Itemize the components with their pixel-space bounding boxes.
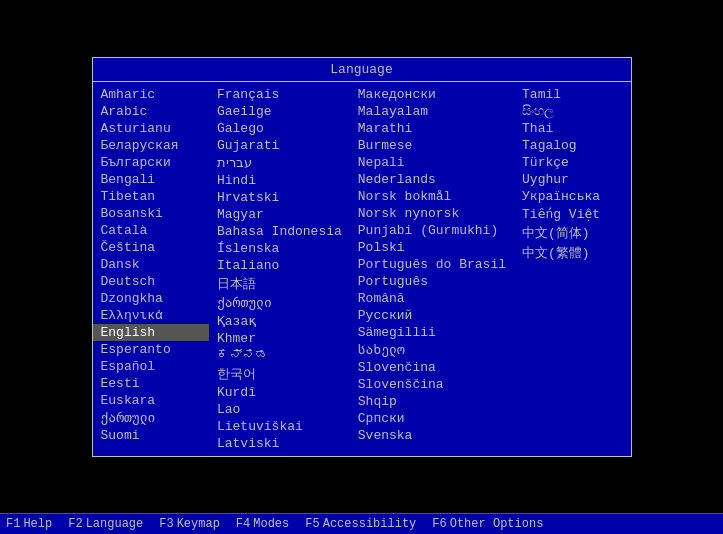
main-area: Language AmharicArabicAsturianuБеларуска…: [0, 0, 723, 513]
lang-item[interactable]: Български: [93, 154, 209, 171]
footer-key: F3: [159, 517, 173, 531]
lang-item[interactable]: Eesti: [93, 375, 209, 392]
lang-item[interactable]: Македонски: [350, 86, 514, 103]
lang-item[interactable]: ქართული: [93, 409, 209, 427]
footer-item-f4[interactable]: F4Modes: [236, 517, 289, 531]
lang-item[interactable]: Amharic: [93, 86, 209, 103]
lang-item[interactable]: Hindi: [209, 172, 350, 189]
footer-label: Keymap: [177, 517, 220, 531]
lang-item[interactable]: Tiếng Việt: [514, 205, 630, 223]
footer-key: F1: [6, 517, 20, 531]
lang-item[interactable]: Română: [350, 290, 514, 307]
lang-item[interactable]: Magyar: [209, 206, 350, 223]
lang-item[interactable]: Latviski: [209, 435, 350, 452]
lang-item[interactable]: [514, 283, 630, 285]
lang-item[interactable]: Malayalam: [350, 103, 514, 120]
lang-item[interactable]: Sämegillii: [350, 324, 514, 341]
lang-item[interactable]: Bahasa Indonesia: [209, 223, 350, 240]
lang-item[interactable]: ಕನ್ನಡ: [209, 347, 350, 364]
lang-item[interactable]: 中文(繁體): [514, 243, 630, 263]
footer-item-f5[interactable]: F5Accessibility: [305, 517, 416, 531]
lang-item[interactable]: Slovenščina: [350, 376, 514, 393]
footer-label: Accessibility: [323, 517, 417, 531]
footer-label: Language: [86, 517, 144, 531]
lang-item[interactable]: Nederlands: [350, 171, 514, 188]
lang-item[interactable]: Español: [93, 358, 209, 375]
lang-item[interactable]: Galego: [209, 120, 350, 137]
lang-item[interactable]: Қазақ: [209, 312, 350, 330]
footer-bar: F1HelpF2LanguageF3KeymapF4ModesF5Accessi…: [0, 513, 723, 534]
footer-key: F5: [305, 517, 319, 531]
lang-item[interactable]: Беларуская: [93, 137, 209, 154]
lang-item[interactable]: Íslenska: [209, 240, 350, 257]
lang-item[interactable]: Türkçe: [514, 154, 630, 171]
lang-item[interactable]: Bosanski: [93, 205, 209, 222]
lang-item[interactable]: Thai: [514, 120, 630, 137]
lang-item[interactable]: Français: [209, 86, 350, 103]
footer-label: Help: [23, 517, 52, 531]
lang-item[interactable]: Tibetan: [93, 188, 209, 205]
lang-item[interactable]: Lietuviškai: [209, 418, 350, 435]
footer-item-f3[interactable]: F3Keymap: [159, 517, 220, 531]
language-dialog: Language AmharicArabicAsturianuБеларуска…: [92, 57, 632, 457]
lang-item[interactable]: Euskara: [93, 392, 209, 409]
lang-col-1: FrançaisGaeilgeGalegoGujaratiעבריתHindiH…: [209, 86, 350, 452]
lang-item[interactable]: Uyghur: [514, 171, 630, 188]
lang-item[interactable]: 한국어: [209, 364, 350, 384]
footer-item-f2[interactable]: F2Language: [68, 517, 143, 531]
lang-item[interactable]: Burmese: [350, 137, 514, 154]
lang-item[interactable]: Khmer: [209, 330, 350, 347]
lang-item[interactable]: სახელო: [350, 341, 514, 359]
footer-item-f1[interactable]: F1Help: [6, 517, 52, 531]
footer-label: Other Options: [450, 517, 544, 531]
lang-item[interactable]: Deutsch: [93, 273, 209, 290]
lang-item[interactable]: Català: [93, 222, 209, 239]
lang-item[interactable]: Kurdî: [209, 384, 350, 401]
lang-col-2: МакедонскиMalayalamMarathiBurmeseNepaliN…: [350, 86, 514, 452]
lang-item[interactable]: Čeština: [93, 239, 209, 256]
lang-item[interactable]: Српски: [350, 410, 514, 427]
lang-item[interactable]: Norsk nynorsk: [350, 205, 514, 222]
lang-col-3: TamilසිංහලThaiTagalogTürkçeUyghurУкраїнс…: [514, 86, 630, 452]
lang-item[interactable]: Arabic: [93, 103, 209, 120]
lang-item[interactable]: Gujarati: [209, 137, 350, 154]
lang-item[interactable]: Polski: [350, 239, 514, 256]
lang-item[interactable]: Italiano: [209, 257, 350, 274]
lang-item[interactable]: Tagalog: [514, 137, 630, 154]
footer-label: Modes: [253, 517, 289, 531]
dialog-title: Language: [93, 58, 631, 82]
lang-item[interactable]: ქართული: [209, 294, 350, 312]
footer-key: F4: [236, 517, 250, 531]
lang-item[interactable]: Ελληνικά: [93, 307, 209, 324]
lang-item[interactable]: Gaeilge: [209, 103, 350, 120]
footer-key: F2: [68, 517, 82, 531]
lang-item[interactable]: Shqip: [350, 393, 514, 410]
lang-item[interactable]: Dzongkha: [93, 290, 209, 307]
lang-item[interactable]: Esperanto: [93, 341, 209, 358]
lang-item[interactable]: Asturianu: [93, 120, 209, 137]
lang-item[interactable]: Português: [350, 273, 514, 290]
lang-item[interactable]: עברית: [209, 154, 350, 172]
lang-item[interactable]: Marathi: [350, 120, 514, 137]
lang-item[interactable]: Lao: [209, 401, 350, 418]
lang-item[interactable]: Svenska: [350, 427, 514, 444]
lang-item[interactable]: Dansk: [93, 256, 209, 273]
lang-item[interactable]: Tamil: [514, 86, 630, 103]
footer-item-f6[interactable]: F6Other Options: [432, 517, 543, 531]
lang-item[interactable]: Українська: [514, 188, 630, 205]
lang-item[interactable]: 中文(简体): [514, 223, 630, 243]
lang-item[interactable]: Norsk bokmål: [350, 188, 514, 205]
lang-item[interactable]: Slovenčina: [350, 359, 514, 376]
lang-item[interactable]: Português do Brasil: [350, 256, 514, 273]
lang-item[interactable]: 日本語: [209, 274, 350, 294]
lang-item[interactable]: Hrvatski: [209, 189, 350, 206]
lang-item[interactable]: English: [93, 324, 209, 341]
lang-item[interactable]: Bengali: [93, 171, 209, 188]
footer-key: F6: [432, 517, 446, 531]
lang-item[interactable]: සිංහල: [514, 103, 630, 120]
lang-item[interactable]: Nepali: [350, 154, 514, 171]
lang-item[interactable]: Русский: [350, 307, 514, 324]
lang-item[interactable]: Suomi: [93, 427, 209, 444]
language-list: AmharicArabicAsturianuБеларускаяБългарск…: [93, 82, 631, 456]
lang-item[interactable]: Punjabi (Gurmukhi): [350, 222, 514, 239]
